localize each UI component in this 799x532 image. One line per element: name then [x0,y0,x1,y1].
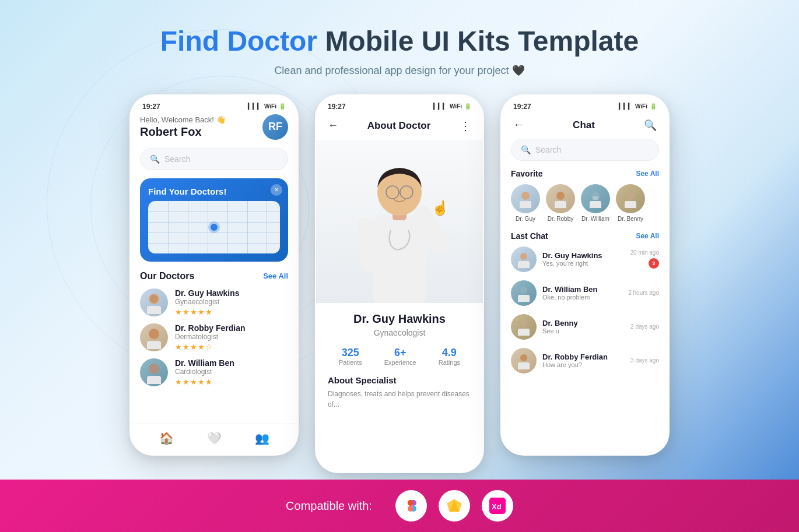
phones-container: 19:27 ▎▎▎ WiFi 🔋 Hello, Welcome Back! 👋 … [0,94,799,473]
close-button[interactable]: ✕ [271,184,282,196]
chat-meta-4: 3 days ago [630,357,659,364]
nav-home[interactable]: 🏠 [159,431,174,445]
doctor-avatar-1 [140,288,168,316]
user-avatar[interactable]: RF [262,114,288,140]
phone-mockup-about: 19:27 ▎▎▎ WiFi 🔋 ← About Doctor ⋮ [315,94,484,473]
svg-rect-36 [408,506,413,512]
doctor-info-3: Dr. William Ben Cardiologist ★★★★★ [175,358,288,386]
svg-point-3 [149,329,159,339]
see-all-doctors[interactable]: See All [263,272,288,280]
wifi-icon: WiFi [264,103,276,110]
svg-point-18 [556,192,565,200]
section-title: Our Doctors [140,271,194,281]
xd-logo: Xd [482,490,513,522]
fav-item-1[interactable]: Dr. Guy [511,184,540,222]
status-bar-1: 19:27 ▎▎▎ WiFi 🔋 [131,96,297,114]
svg-rect-17 [520,201,531,208]
doctor-illustration: ☝ [341,146,458,303]
doctor-info-2: Dr. Robby Ferdian Dermatologist ★★★★☆ [175,323,288,351]
chat-avatar-2 [511,280,537,306]
fav-avatar-2 [546,184,575,213]
fav-item-4[interactable]: Dr. Benny [616,184,645,222]
doctor-card-3[interactable]: Dr. William Ben Cardiologist ★★★★★ [140,358,288,386]
see-all-chats[interactable]: See All [636,232,659,240]
svg-rect-4 [147,341,161,349]
last-chat-section-header: Last Chat See All [502,231,668,241]
bottom-nav-1: 🏠 🤍 👥 [131,424,297,455]
chat-item-1[interactable]: Dr. Guy Hawkins Yes, you're right 20 min… [511,246,659,272]
compatible-logos: Xd [395,490,513,522]
chat-search-bar[interactable]: 🔍 Search [511,139,659,161]
time-3: 19:27 [513,103,531,111]
favorites-row: Dr. Guy Dr. Robby Dr. William [502,184,668,222]
svg-rect-7 [373,216,426,303]
chat-item-3[interactable]: Dr. Benny See u 2 days ago [511,314,659,340]
search-bar[interactable]: 🔍 Search [140,148,288,170]
status-bar-3: 19:27 ▎▎▎ WiFi 🔋 [502,96,668,114]
svg-rect-21 [590,201,601,208]
main-title: Find Doctor Mobile UI Kits Template [0,26,799,57]
svg-rect-28 [518,295,530,302]
doctor-spec-2: Dermatologist [175,333,288,341]
status-icons-2: ▎▎▎ WiFi 🔋 [433,103,471,110]
svg-rect-22 [593,196,598,200]
see-all-favorites[interactable]: See All [636,170,659,178]
user-name: Robert Fox [140,125,226,139]
doctor-info-1: Dr. Guy Hawkins Gynaecologist ★★★★★ [175,288,288,316]
phone-mockup-home: 19:27 ▎▎▎ WiFi 🔋 Hello, Welcome Back! 👋 … [129,94,299,456]
chat-item-4[interactable]: Dr. Robby Ferdian How are you? 3 days ag… [511,348,659,374]
chat-meta-2: 2 hours ago [628,290,659,296]
chat-time-1: 20 min ago [630,249,659,256]
search-icon: 🔍 [150,154,160,164]
doctor-card-2[interactable]: Dr. Robby Ferdian Dermatologist ★★★★☆ [140,323,288,351]
chat-item-2[interactable]: Dr. William Ben Oke, no problem 2 hours … [511,280,659,306]
signal-icon-3: ▎▎▎ [619,103,633,110]
svg-text:☝: ☝ [432,199,449,216]
svg-point-31 [520,354,527,361]
svg-rect-26 [518,261,530,268]
fav-name-4: Dr. Benny [618,216,643,222]
chat-msg-4: How are you? [542,361,625,368]
doctor-name-2: Dr. Robby Ferdian [175,323,288,333]
svg-point-2 [150,295,158,303]
svg-rect-24 [625,201,636,208]
chat-content-1: Dr. Guy Hawkins Yes, you're right [542,251,625,267]
doctor-stars-1: ★★★★★ [175,308,288,316]
chat-search-icon: 🔍 [521,145,531,154]
page-title-2: About Doctor [367,120,431,132]
fav-name-1: Dr. Guy [516,216,535,222]
page-title-3: Chat [573,119,595,131]
svg-rect-32 [518,362,530,369]
chat-badge-1: 2 [649,258,659,269]
status-bar-2: 19:27 ▎▎▎ WiFi 🔋 [316,96,483,114]
chat-search-placeholder: Search [535,145,561,154]
fav-avatar-1 [511,184,540,213]
status-icons-1: ▎▎▎ WiFi 🔋 [248,103,286,110]
doctor-avatar-2 [140,323,168,351]
back-button-3[interactable]: ← [513,119,524,131]
p1-header-row: Hello, Welcome Back! 👋 Robert Fox RF [140,114,288,140]
wifi-icon-3: WiFi [635,103,647,110]
doctor-card-1[interactable]: Dr. Guy Hawkins Gynaecologist ★★★★★ [140,288,288,316]
status-icons-3: ▎▎▎ WiFi 🔋 [619,103,657,110]
favorites-section-header: Favorite See All [502,169,668,178]
more-button-2[interactable]: ⋮ [460,119,471,133]
back-button-2[interactable]: ← [328,119,338,132]
signal-icon-2: ▎▎▎ [433,103,447,110]
map-location-dot [211,224,218,231]
doctor-name-3: Dr. William Ben [175,358,288,368]
chat-name-4: Dr. Robby Ferdian [542,353,625,361]
fav-item-3[interactable]: Dr. William [581,184,610,222]
time-1: 19:27 [142,103,160,111]
about-section: About Specialist Diagnoses, treats and h… [316,375,483,410]
stat-patients-label: Patients [339,359,362,366]
fav-item-2[interactable]: Dr. Robby [546,184,575,222]
nav-group[interactable]: 👥 [255,431,269,445]
figma-logo [395,490,427,522]
fav-name-2: Dr. Robby [548,216,573,222]
search-button-3[interactable]: 🔍 [644,119,657,132]
svg-rect-6 [147,376,161,384]
map-area [148,201,280,253]
nav-heart[interactable]: 🤍 [207,431,222,445]
last-chat-title: Last Chat [511,231,548,241]
